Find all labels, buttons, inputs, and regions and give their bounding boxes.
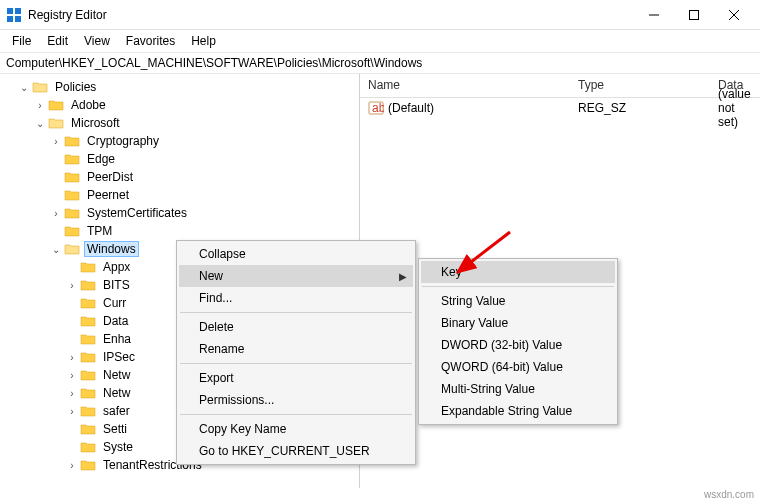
ctx-new[interactable]: New▶ — [179, 265, 413, 287]
folder-icon — [64, 224, 80, 238]
ctx-delete[interactable]: Delete — [179, 316, 413, 338]
ctx-new-dword[interactable]: DWORD (32-bit) Value — [421, 334, 615, 356]
separator — [180, 414, 412, 415]
ctx-collapse[interactable]: Collapse — [179, 243, 413, 265]
ctx-new-string[interactable]: String Value — [421, 290, 615, 312]
folder-icon — [64, 134, 80, 148]
submenu-arrow-icon: ▶ — [399, 271, 407, 282]
tree-node-tpm[interactable]: TPM — [50, 222, 359, 240]
separator — [422, 286, 614, 287]
tree-node-peerdist[interactable]: PeerDist — [50, 168, 359, 186]
expand-icon[interactable]: ⌄ — [50, 244, 62, 255]
folder-icon — [80, 278, 96, 292]
svg-rect-0 — [7, 8, 13, 14]
expand-icon[interactable]: › — [66, 388, 78, 399]
tree-node-systemcertificates[interactable]: ›SystemCertificates — [50, 204, 359, 222]
value-data: (value not set) — [710, 85, 760, 131]
folder-icon — [80, 260, 96, 274]
tree-node-edge[interactable]: Edge — [50, 150, 359, 168]
menu-file[interactable]: File — [4, 32, 39, 50]
ctx-rename[interactable]: Rename — [179, 338, 413, 360]
tree-node-adobe[interactable]: › Adobe — [34, 96, 359, 114]
expand-icon[interactable]: › — [50, 136, 62, 147]
ctx-copy-key-name[interactable]: Copy Key Name — [179, 418, 413, 440]
folder-icon — [48, 116, 64, 130]
svg-rect-2 — [7, 16, 13, 22]
folder-icon — [32, 80, 48, 94]
folder-icon — [80, 350, 96, 364]
folder-icon — [64, 206, 80, 220]
context-submenu-new: Key String Value Binary Value DWORD (32-… — [418, 258, 618, 425]
folder-icon — [80, 296, 96, 310]
watermark: wsxdn.com — [704, 489, 754, 500]
separator — [180, 363, 412, 364]
separator — [180, 312, 412, 313]
svg-text:ab: ab — [372, 101, 384, 115]
expand-icon[interactable]: › — [50, 208, 62, 219]
menu-favorites[interactable]: Favorites — [118, 32, 183, 50]
ctx-new-expand[interactable]: Expandable String Value — [421, 400, 615, 422]
ctx-permissions[interactable]: Permissions... — [179, 389, 413, 411]
ctx-new-multi[interactable]: Multi-String Value — [421, 378, 615, 400]
ctx-new-binary[interactable]: Binary Value — [421, 312, 615, 334]
tree-node-microsoft[interactable]: ⌄ Microsoft — [34, 114, 359, 132]
folder-icon — [80, 422, 96, 436]
minimize-button[interactable] — [634, 1, 674, 29]
window-controls — [634, 1, 754, 29]
menu-view[interactable]: View — [76, 32, 118, 50]
menu-bar: File Edit View Favorites Help — [0, 30, 760, 52]
tree-node-peernet[interactable]: Peernet — [50, 186, 359, 204]
maximize-button[interactable] — [674, 1, 714, 29]
window-title: Registry Editor — [28, 8, 634, 22]
app-icon — [6, 7, 22, 23]
expand-icon[interactable]: › — [66, 352, 78, 363]
expand-icon[interactable]: › — [66, 280, 78, 291]
context-menu: Collapse New▶ Find... Delete Rename Expo… — [176, 240, 416, 465]
menu-edit[interactable]: Edit — [39, 32, 76, 50]
value-type: REG_SZ — [570, 99, 710, 117]
list-row-default[interactable]: ab (Default) REG_SZ (value not set) — [360, 98, 760, 118]
folder-icon — [64, 242, 80, 256]
expand-icon[interactable]: › — [66, 460, 78, 471]
title-bar: Registry Editor — [0, 0, 760, 30]
folder-icon — [80, 440, 96, 454]
address-path: Computer\HKEY_LOCAL_MACHINE\SOFTWARE\Pol… — [6, 56, 422, 70]
folder-icon — [80, 368, 96, 382]
folder-icon — [64, 170, 80, 184]
menu-help[interactable]: Help — [183, 32, 224, 50]
folder-icon — [64, 152, 80, 166]
expand-icon[interactable]: › — [66, 370, 78, 381]
ctx-new-key[interactable]: Key — [421, 261, 615, 283]
ctx-export[interactable]: Export — [179, 367, 413, 389]
column-name[interactable]: Name — [360, 74, 570, 97]
tree-node-policies[interactable]: ⌄ Policies — [18, 78, 359, 96]
svg-rect-3 — [15, 16, 21, 22]
folder-icon — [64, 188, 80, 202]
expand-icon[interactable]: › — [34, 100, 46, 111]
ctx-new-qword[interactable]: QWORD (64-bit) Value — [421, 356, 615, 378]
expand-icon[interactable]: ⌄ — [34, 118, 46, 129]
folder-icon — [80, 332, 96, 346]
svg-rect-5 — [690, 10, 699, 19]
address-bar[interactable]: Computer\HKEY_LOCAL_MACHINE\SOFTWARE\Pol… — [0, 52, 760, 74]
expand-icon[interactable]: ⌄ — [18, 82, 30, 93]
column-type[interactable]: Type — [570, 74, 710, 97]
folder-icon — [48, 98, 64, 112]
folder-icon — [80, 386, 96, 400]
folder-icon — [80, 404, 96, 418]
close-button[interactable] — [714, 1, 754, 29]
folder-icon — [80, 314, 96, 328]
list-header: Name Type Data — [360, 74, 760, 98]
expand-icon[interactable]: › — [66, 406, 78, 417]
tree-node-cryptography[interactable]: ›Cryptography — [50, 132, 359, 150]
string-value-icon: ab — [368, 100, 384, 116]
svg-rect-1 — [15, 8, 21, 14]
value-name: (Default) — [388, 101, 434, 115]
folder-icon — [80, 458, 96, 472]
ctx-goto-hkcu[interactable]: Go to HKEY_CURRENT_USER — [179, 440, 413, 462]
ctx-find[interactable]: Find... — [179, 287, 413, 309]
